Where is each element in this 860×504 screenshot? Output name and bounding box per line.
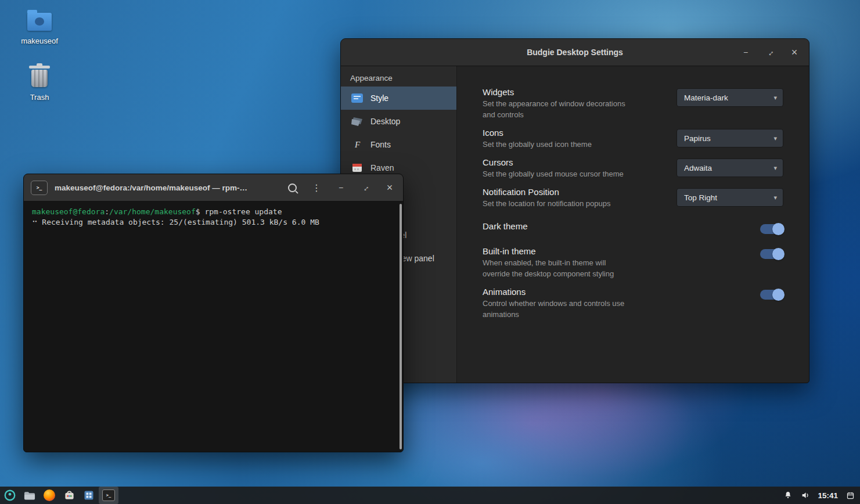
setting-description: When enabled, the built-in theme will ov… — [483, 257, 631, 279]
toggle-knob — [772, 289, 785, 301]
progress-spinner: ⠒ — [32, 218, 42, 226]
setting-title: Animations — [483, 286, 631, 297]
terminal-app-icon: >_ — [31, 181, 48, 195]
terminal-window-controls: ⋮ − ↔ × — [275, 180, 403, 195]
sidebar-item-fonts[interactable]: F Fonts — [341, 133, 456, 156]
cursor-theme-dropdown[interactable]: Adwaita ▾ — [677, 159, 783, 177]
close-button[interactable]: × — [787, 45, 802, 60]
taskbar-app-icons: >_ — [0, 487, 118, 504]
terminal-command: rpm-ostree update — [204, 207, 282, 216]
fonts-icon: F — [350, 140, 364, 149]
settings-content: Widgets Set the appearance of window dec… — [457, 66, 809, 383]
setting-row-dark-theme: Dark theme — [483, 221, 783, 234]
budgie-menu-button[interactable] — [0, 487, 20, 504]
kebab-menu-icon: ⋮ — [312, 182, 321, 193]
bell-icon — [783, 491, 793, 500]
terminal-output: makeuseof@fedora:/var/home/makeuseof$ rp… — [24, 201, 403, 233]
minimize-button[interactable]: − — [738, 45, 753, 60]
firefox-launcher[interactable] — [39, 487, 59, 504]
folder-icon — [27, 13, 52, 31]
volume-indicator[interactable] — [800, 487, 811, 504]
terminal-task-button[interactable]: >_ — [99, 487, 118, 504]
terminal-window: >_ makeuseof@fedora:/var/home/makeuseof … — [23, 174, 404, 452]
files-icon — [24, 491, 35, 500]
style-icon — [350, 93, 364, 103]
setting-title: Icons — [483, 127, 592, 138]
settings-titlebar[interactable]: Budgie Desktop Settings − ↔ × — [341, 39, 809, 66]
prompt-user-host: makeuseof@fedora — [32, 207, 105, 216]
menu-button[interactable]: ⋮ — [309, 180, 324, 195]
setting-row-icons: Icons Set the globally used icon theme P… — [483, 127, 783, 150]
chevron-down-icon: ▾ — [773, 194, 777, 201]
sidebar-item-desktop[interactable]: Desktop — [341, 110, 456, 133]
notifications-indicator[interactable] — [783, 487, 793, 504]
setting-description: Set the globally used icon theme — [483, 139, 592, 150]
taskbar-status-area: 15:41 — [783, 487, 860, 504]
animations-toggle[interactable] — [760, 290, 783, 300]
setting-title: Widgets — [483, 87, 631, 98]
widgets-theme-dropdown[interactable]: Materia-dark ▾ — [677, 88, 783, 107]
raven-icon — [350, 163, 364, 172]
setting-description: Set the globally used mouse cursor theme — [483, 168, 624, 179]
setting-row-built-in-theme: Built-in theme When enabled, the built-i… — [483, 246, 783, 279]
terminal-window-title: makeuseof@fedora:/var/home/makeuseof — r… — [55, 183, 247, 192]
minimize-button[interactable]: − — [333, 180, 348, 195]
maximize-button[interactable]: ↔ — [358, 180, 373, 195]
desktop-icon-label: makeuseof — [21, 37, 58, 45]
budgie-menu-icon — [3, 489, 16, 502]
desktop-icon-trash[interactable]: Trash — [30, 66, 49, 102]
setting-title: Dark theme — [483, 221, 528, 232]
speaker-icon — [800, 491, 811, 500]
bottom-panel: >_ 15:41 — [0, 487, 860, 504]
calendar-icon — [846, 491, 855, 500]
window-controls: − ↔ × — [729, 45, 809, 60]
desktop-icon-label: Trash — [30, 93, 49, 102]
sidebar-item-style[interactable]: Style — [341, 87, 456, 110]
setting-row-animations: Animations Control whether windows and c… — [483, 286, 783, 320]
setting-row-notification-position: Notification Position Set the location f… — [483, 186, 783, 209]
terminal-progress-line: ⠒ Receiving metadata objects: 25/(estima… — [32, 217, 395, 228]
terminal-icon: >_ — [102, 489, 115, 501]
maximize-button[interactable]: ↔ — [762, 45, 778, 60]
built-in-theme-toggle[interactable] — [760, 249, 783, 259]
setting-row-cursors: Cursors Set the globally used mouse curs… — [483, 157, 783, 179]
sidebar-section-appearance: Appearance — [341, 66, 456, 87]
svg-text:F: F — [354, 140, 361, 149]
terminal-titlebar[interactable]: >_ makeuseof@fedora:/var/home/makeuseof … — [24, 174, 403, 201]
setting-title: Notification Position — [483, 186, 610, 197]
files-launcher[interactable] — [20, 487, 39, 504]
desktop-icon-area: makeuseof Trash — [12, 8, 67, 102]
close-button[interactable]: × — [382, 180, 397, 195]
terminal-scrollbar[interactable] — [400, 204, 402, 449]
software-launcher[interactable] — [59, 487, 79, 504]
boxes-launcher[interactable] — [79, 487, 99, 504]
chevron-down-icon: ▾ — [773, 164, 777, 172]
chevron-down-icon: ▾ — [773, 94, 777, 102]
setting-title: Built-in theme — [483, 246, 631, 257]
icon-theme-dropdown[interactable]: Papirus ▾ — [677, 129, 783, 147]
notification-position-dropdown[interactable]: Top Right ▾ — [677, 188, 783, 207]
setting-description: Control whether windows and controls use… — [483, 298, 631, 320]
toggle-knob — [772, 223, 785, 235]
prompt-symbol: $ — [196, 207, 205, 216]
prompt-separator: : — [105, 207, 109, 216]
toggle-knob — [772, 248, 785, 260]
search-button[interactable] — [285, 180, 300, 195]
search-icon — [288, 183, 297, 192]
desktop-icon-makeuseof[interactable]: makeuseof — [21, 8, 58, 45]
setting-description: Set the appearance of window decorations… — [483, 98, 631, 120]
setting-row-widgets: Widgets Set the appearance of window dec… — [483, 87, 783, 120]
calendar-indicator[interactable] — [845, 487, 855, 504]
clock[interactable]: 15:41 — [818, 491, 838, 500]
budgie-settings-window: Budgie Desktop Settings − ↔ × Appearance… — [340, 38, 809, 383]
terminal-prompt-line: makeuseof@fedora:/var/home/makeuseof$ rp… — [32, 207, 395, 217]
prompt-path: /var/home/makeuseof — [109, 207, 196, 216]
dark-theme-toggle[interactable] — [760, 224, 783, 234]
setting-title: Cursors — [483, 157, 624, 168]
setting-description: Set the location for notification popups — [483, 198, 610, 209]
software-icon — [64, 490, 75, 501]
progress-text: Receiving metadata objects: 25/(estimati… — [42, 218, 319, 226]
boxes-icon — [84, 490, 94, 501]
desktop-icon — [350, 117, 364, 126]
firefox-icon — [44, 489, 55, 501]
